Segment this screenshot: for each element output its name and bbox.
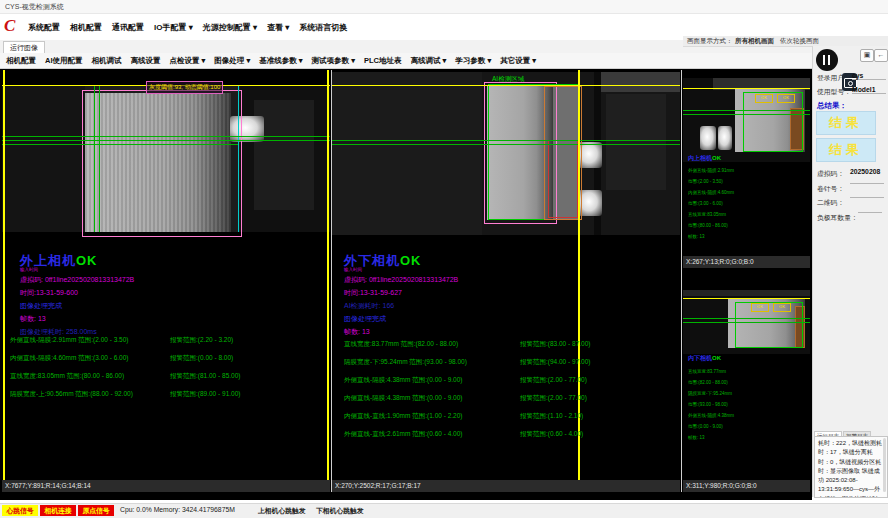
camera-link-badge: 相机连接 (40, 505, 76, 516)
camera2-frame-count: 帧数: 13 (344, 327, 370, 337)
electrode-tab (718, 126, 732, 150)
result-box-1: 结果 (816, 111, 876, 135)
camera2-view[interactable]: AI检测区域 外下相机OK 输入时间 虚拟码: 0ff1line20250208… (332, 70, 680, 492)
tool-learning-params[interactable]: 学习参数 ▾ (455, 56, 491, 66)
alarm-range: 报警范围:(2.20 - 3.20) (170, 336, 233, 345)
display-mode-all-cameras[interactable]: 所有相机画面 (735, 37, 774, 46)
measurement-line: 直线宽度:83.05mm (688, 209, 726, 220)
tool-camera-config[interactable]: 相机配置 (6, 56, 36, 66)
pause-icon (823, 55, 825, 65)
alarm-range: 报警范围:(2.00 - 77.00) (520, 376, 587, 385)
measurement-line: 帧数: 13 (688, 432, 705, 443)
machinery-block (600, 72, 680, 92)
menu-view[interactable]: 查看 ▾ (267, 22, 289, 33)
camera1-view[interactable]: 灰度阈值:93, 动态阈值:100 外上相机OK 输入时间 虚拟码: 0ff1l… (2, 70, 330, 492)
alarm-range: 报警范围:(89.00 - 91.00) (170, 390, 240, 399)
tool-plc-address[interactable]: PLC地址表 (364, 56, 402, 66)
display-mode-rotate[interactable]: 依次轮换画面 (780, 37, 819, 46)
camera2-ai-time: AI检测耗时: 166 (344, 301, 394, 311)
measurement-line: 外侧直线-隔膜:2.91mm 范围:(2.00 - 3.50) (10, 336, 128, 345)
ai-detect-label: AI检测区域 (492, 75, 524, 84)
tool-baseline-params[interactable]: 基准线参数 ▾ (259, 56, 302, 66)
camera2-sub-label: 输入时间 (344, 267, 362, 272)
camera2-name: 外下相机 (344, 253, 400, 268)
measurement-line: 直线宽度:83.05mm 范围:(80.00 - 86.00) (10, 372, 124, 381)
camera1-sub-label: 输入时间 (20, 267, 38, 272)
machinery-block (606, 94, 666, 190)
menu-light-config[interactable]: 光源控制配置 ▾ (203, 22, 257, 33)
camera3-view[interactable]: OK OK 内上相机OK 外侧直线-隔膜:2.91mm 范围:(2.00 - 3… (683, 70, 810, 268)
camera2-process-done: 图像处理完成 (344, 314, 386, 324)
tool-offline-debug[interactable]: 离线调试 ▾ (410, 56, 446, 66)
measurement-line: 范围:(0.00 - 9.00) (688, 421, 723, 432)
tool-camera-debug[interactable]: 相机调试 (92, 56, 122, 66)
green-ref-line (683, 318, 810, 319)
model-value: Model1 (852, 86, 886, 94)
ok-flag: OK (755, 94, 773, 103)
alarm-range: 报警范围:(81.00 - 85.00) (170, 372, 240, 381)
ok-flag: OK (773, 303, 791, 312)
menu-language-switch[interactable]: 系统语言切换 (299, 22, 347, 33)
threshold-label: 灰度阈值:93, 动态阈值:100 (146, 81, 223, 94)
green-ref-line (683, 110, 810, 111)
tool-offline-settings[interactable]: 离线设置 (131, 56, 161, 66)
bottom-camera-heartbeat: 下相机心跳触发 (316, 506, 364, 516)
top-camera-heartbeat: 上相机心跳触发 (258, 506, 306, 516)
pin-number-label: 卷针号： (817, 184, 844, 194)
cpu-memory-status: Cpu: 0.0% Memory: 3424.41796875M (120, 506, 235, 513)
pin-number-value (850, 183, 884, 184)
result-box-2: 结果 (816, 138, 876, 162)
tool-ai-use-config[interactable]: AI使用配置 (45, 56, 83, 66)
camera1-process-done: 图像处理完成 (20, 301, 62, 311)
alarm-range: 报警范围:(94.00 - 97.00) (520, 358, 590, 367)
alarm-range: 报警范围:(0.00 - 8.00) (170, 354, 233, 363)
tool-spot-check[interactable]: 点检设置 ▾ (170, 56, 206, 66)
measurement-line: 内侧直线-隔膜:4.60mm (688, 187, 734, 198)
lock-button[interactable]: ▣ (860, 49, 874, 62)
model-label: 使用型号： (817, 87, 851, 97)
camera3-status: OK (712, 155, 721, 161)
alarm-range: 报警范围:(2.00 - 77.00) (520, 394, 587, 403)
machinery-shadow (2, 85, 85, 232)
camera1-name: 外上相机 (20, 253, 76, 268)
back-arrow-icon: ← (878, 51, 885, 58)
machinery-block (332, 72, 482, 235)
green-ref-line (683, 322, 810, 323)
menu-camera-config[interactable]: 相机配置 (70, 22, 102, 33)
yellow-ref-line (327, 70, 329, 480)
window-title: CYS-视觉检测系统 (5, 2, 64, 12)
measurement-line: 外侧直线-隔膜:2.91mm (688, 165, 734, 176)
camera3-title: 内上相机OK (688, 154, 721, 163)
camera2-coords: X:270;Y:2502;R:17;G:17;B:17 (332, 480, 680, 492)
measurement-line: 隔膜宽度-上:90.56mm 范围:(88.00 - 92.00) (10, 390, 133, 399)
menu-system-config[interactable]: 系统配置 (28, 22, 60, 33)
camera1-status: OK (76, 253, 98, 268)
menu-io-config[interactable]: IO手配置 ▾ (154, 22, 193, 33)
negative-tab-count-label: 负极耳数量： (817, 213, 858, 223)
tool-other-settings[interactable]: 其它设置 ▾ (500, 56, 536, 66)
yellow-ref-line (332, 85, 680, 86)
electrode-tab (700, 126, 716, 150)
tool-test-params[interactable]: 测试项参数 ▾ (312, 56, 355, 66)
tool-image-processing[interactable]: 图像处理 ▾ (214, 56, 250, 66)
measurement-line: 外侧直线-直线:2.61mm 范围:(0.60 - 4.00) (344, 430, 462, 439)
measurement-line: 范围:(80.00 - 86.00) (688, 220, 728, 231)
log-scrollbar[interactable] (883, 438, 886, 492)
measurement-line: 隔膜宽度-下:95.24mm (688, 388, 732, 399)
pause-button[interactable] (816, 49, 838, 71)
camera4-view[interactable]: OK OK 内下相机OK 直线宽度:83.77mm 范围:(82.00 - 88… (683, 270, 810, 492)
log-text-area[interactable]: 耗时：222，纵缝检测耗时：17，纵缝分离耗时：0，纵缝视频分区耗时：显示图像取… (814, 436, 888, 498)
lock-icon: ▣ (864, 51, 871, 58)
green-ref-line (2, 144, 238, 145)
green-ref-line (332, 144, 680, 145)
measurement-line: 外侧直线-隔膜:4.38mm 范围:(0.00 - 9.00) (344, 376, 462, 385)
green-ref-line (683, 114, 810, 115)
camera1-time: 时间:13-31-59-600 (20, 288, 78, 298)
back-button[interactable]: ← (874, 49, 888, 62)
roi-box-pink (82, 90, 242, 237)
measurement-line: 范围:(3.00 - 6.00) (688, 198, 723, 209)
menu-items: 系统配置 相机配置 通讯配置 IO手配置 ▾ 光源控制配置 ▾ 查看 ▾ 系统语… (28, 22, 347, 33)
camera4-status: OK (712, 355, 721, 361)
menu-comm-config[interactable]: 通讯配置 (112, 22, 144, 33)
barcode-label: 虚拟码： (817, 169, 844, 179)
